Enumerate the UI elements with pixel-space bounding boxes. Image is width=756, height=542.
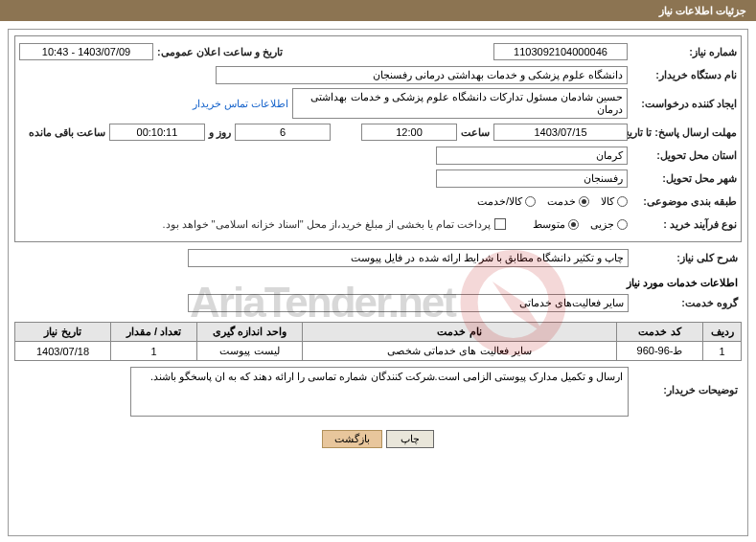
label-deadline: مهلت ارسال پاسخ: تا تاریخ: (631, 126, 737, 139)
cell-unit: لیست پیوست (197, 342, 303, 361)
radio-goods[interactable]: کالا (601, 195, 628, 208)
page-title: جزئیات اطلاعات نیاز (659, 5, 746, 16)
label-time-word: ساعت (461, 126, 490, 139)
value-time-left: 00:10:11 (109, 124, 205, 141)
radio-goods-service[interactable]: کالا/خدمت (477, 195, 536, 208)
label-general-desc: شرح کلی نیاز: (632, 252, 738, 264)
service-table-wrap: ردیف کد خدمت نام خدمت واحد اندازه گیری ت… (14, 322, 742, 361)
value-general-desc: چاپ و تکثیر دانشگاه مطابق با شرایط ارائه… (188, 249, 629, 267)
col-qty: تعداد / مقدار (111, 323, 197, 342)
label-requester: ایجاد کننده درخواست: (631, 98, 737, 110)
general-desc-section: شرح کلی نیاز: چاپ و تکثیر دانشگاه مطابق … (14, 246, 742, 273)
link-buyer-contact[interactable]: اطلاعات تماس خریدار (193, 98, 288, 110)
print-button[interactable]: چاپ (386, 430, 434, 448)
page-container: جزئیات اطلاعات نیاز AriaTender.net شماره… (0, 0, 756, 542)
value-deadline-time: 12:00 (361, 124, 457, 141)
cell-code: ط-96-960 (617, 342, 703, 361)
button-row: چاپ بازگشت (9, 430, 747, 448)
radio-goods-label: کالا (601, 195, 614, 208)
checkbox-treasury[interactable] (494, 218, 506, 230)
title-needed-services: اطلاعات خدمات مورد نیاز (18, 277, 738, 289)
label-announce-datetime: تاریخ و ساعت اعلان عمومی: (157, 46, 283, 58)
value-days-left: 6 (235, 124, 331, 141)
label-buyer-org: نام دستگاه خریدار: (631, 69, 737, 81)
radio-partial-label: جزیی (590, 218, 614, 231)
value-city: رفسنجان (436, 169, 628, 188)
value-province: کرمان (436, 147, 628, 165)
table-header-row: ردیف کد خدمت نام خدمت واحد اندازه گیری ت… (15, 323, 742, 342)
label-days-and: روز و (209, 126, 231, 139)
process-radio-group: جزیی متوسط (533, 218, 628, 231)
col-row: ردیف (703, 323, 742, 342)
col-code: کد خدمت (617, 323, 703, 342)
buyer-notes-section: توضیحات خریدار: ارسال و تکمیل مدارک پیوس… (14, 365, 742, 422)
cell-date: 1403/07/18 (15, 342, 111, 361)
col-name: نام خدمت (303, 323, 617, 342)
col-date: تاریخ نیاز (15, 323, 111, 342)
radio-medium-label: متوسط (533, 218, 565, 231)
label-buyer-notes: توضیحات خریدار: (632, 367, 738, 396)
radio-partial[interactable]: جزیی (590, 218, 628, 231)
radio-service[interactable]: خدمت (547, 195, 589, 208)
label-time-remaining: ساعت باقی مانده (29, 126, 105, 139)
service-table: ردیف کد خدمت نام خدمت واحد اندازه گیری ت… (14, 322, 742, 361)
label-city: شهر محل تحویل: (631, 172, 737, 185)
value-deadline-date: 1403/07/15 (493, 124, 628, 141)
radio-goods-service-label: کالا/خدمت (477, 195, 522, 208)
value-requester: حسین شادمان مسئول تدارکات دانشگاه علوم پ… (292, 88, 628, 119)
service-group-section: گروه خدمت: سایر فعالیت‌های خدماتی (14, 291, 742, 318)
label-category: طبقه بندی موضوعی: (631, 195, 737, 208)
table-row: 1 ط-96-960 سایر فعالیت های خدماتی شخصی ل… (15, 342, 742, 361)
radio-medium[interactable]: متوسط (533, 218, 579, 231)
category-radio-group: کالا خدمت کالا/خدمت (477, 195, 628, 208)
value-need-number: 1103092104000046 (493, 43, 628, 60)
value-buyer-org: دانشگاه علوم پزشکی و خدمات بهداشتی درمان… (216, 66, 628, 84)
cell-row: 1 (703, 342, 742, 361)
value-announce-datetime: 1403/07/09 - 10:43 (19, 43, 153, 60)
details-section: شماره نیاز: 1103092104000046 تاریخ و ساع… (14, 35, 742, 242)
cell-qty: 1 (111, 342, 197, 361)
value-service-group: سایر فعالیت‌های خدماتی (188, 294, 629, 312)
back-button[interactable]: بازگشت (322, 430, 382, 448)
label-province: استان محل تحویل: (631, 149, 737, 162)
page-title-bar: جزئیات اطلاعات نیاز (0, 0, 756, 21)
col-unit: واحد اندازه گیری (197, 323, 303, 342)
radio-service-label: خدمت (547, 195, 576, 208)
label-need-number: شماره نیاز: (631, 46, 737, 58)
cell-name: سایر فعالیت های خدماتی شخصی (303, 342, 617, 361)
label-service-group: گروه خدمت: (632, 297, 738, 309)
value-buyer-notes: ارسال و تکمیل مدارک پیوستی الزامی است.شر… (130, 367, 629, 417)
treasury-note: پرداخت تمام یا بخشی از مبلغ خرید،از محل … (162, 218, 491, 231)
content-area: AriaTender.net شماره نیاز: 1103092104000… (8, 29, 748, 536)
label-process: نوع فرآیند خرید : (631, 218, 737, 231)
